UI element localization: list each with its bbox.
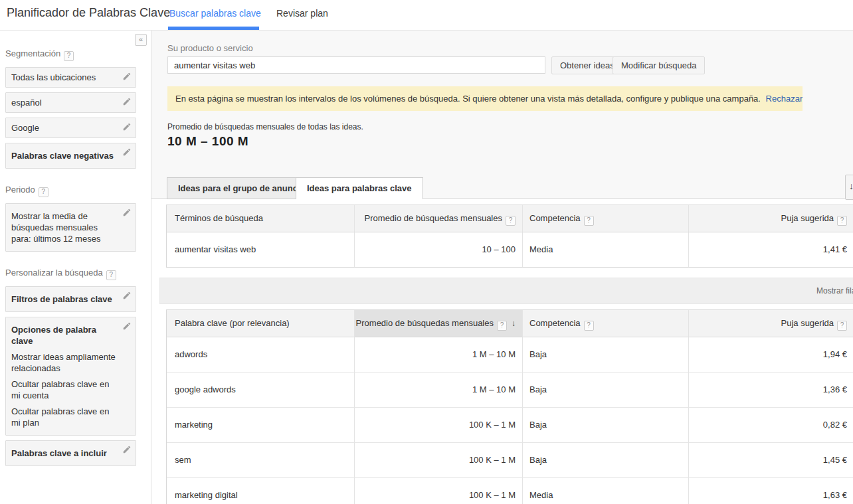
page-title: Planificador de Palabras Clave	[7, 6, 170, 20]
period-section-label: Periodo?	[5, 185, 136, 197]
sidebar-card-network[interactable]: Google	[5, 118, 136, 138]
keyword-option-broadly-related: Mostrar ideas ampliamente relacionadas	[11, 351, 120, 374]
avg-searches-cell: 1 M – 10 M	[354, 372, 522, 407]
edit-pencil-icon[interactable]	[122, 208, 132, 217]
col-header-suggested-bid: Puja sugerida?	[688, 310, 853, 337]
edit-pencil-icon[interactable]	[122, 97, 132, 106]
download-icon: ↓	[849, 181, 853, 191]
sort-descending-icon: ↓	[512, 319, 516, 328]
help-icon[interactable]: ?	[106, 270, 116, 280]
keyword-option-hide-account: Ocultar palabras clave en mi cuenta	[11, 378, 120, 401]
col-header-avg-monthly-searches-sorted[interactable]: Promedio de búsquedas mensuales?↓	[354, 310, 522, 337]
main-content: Su producto o servicio Obtener ideas Mod…	[151, 31, 853, 504]
sidebar: « Segmentación? Todas las ubicaciones es…	[0, 31, 151, 504]
modify-search-button[interactable]: Modificar búsqueda	[613, 56, 705, 74]
sidebar-card-date-range[interactable]: Mostrar la media de búsquedas mensuales …	[5, 203, 136, 252]
help-icon[interactable]: ?	[64, 51, 74, 61]
active-tab-underline	[168, 27, 259, 30]
product-service-input[interactable]	[167, 56, 545, 74]
keyword-option-hide-plan: Ocultar palabras clave en mi plan	[11, 406, 120, 428]
edit-pencil-icon[interactable]	[122, 147, 132, 157]
competition-cell: Baja	[522, 337, 688, 372]
sidebar-card-locations[interactable]: Todas las ubicaciones	[5, 67, 136, 88]
suggested-bid-cell: 1,41 €	[688, 232, 853, 267]
competition-cell: Baja	[522, 442, 688, 477]
keyword-cell: adwords	[167, 337, 354, 372]
app-header: Planificador de Palabras Clave Buscar pa…	[0, 0, 853, 31]
show-rows-label: Mostrar filas	[816, 278, 853, 303]
keyword-ideas-table: Palabra clave (por relevancia) Promedio …	[166, 309, 853, 504]
tab-revisar-plan[interactable]: Revisar plan	[276, 8, 328, 19]
edit-pencil-icon[interactable]	[122, 445, 132, 454]
suggested-bid-cell: 1,63 €	[688, 477, 853, 504]
toolbar-zone	[151, 31, 853, 199]
search-terms-table: Términos de búsqueda Promedio de búsqued…	[166, 205, 853, 268]
tab-buscar-palabras-clave[interactable]: Buscar palabras clave	[169, 8, 261, 19]
pagination-bar: Mostrar filas	[159, 278, 853, 304]
avg-searches-cell: 100 K – 1 M	[354, 442, 522, 477]
help-icon[interactable]: ?	[837, 216, 847, 226]
edit-pencil-icon[interactable]	[122, 122, 132, 131]
keyword-cell: sem	[167, 442, 354, 477]
avg-searches-cell: 10 – 100	[354, 232, 522, 267]
help-icon[interactable]: ?	[497, 321, 507, 331]
keyword-cell: marketing digital	[167, 477, 354, 504]
dismiss-link[interactable]: Rechazar	[766, 94, 803, 104]
notice-bar: En esta página se muestran los intervalo…	[167, 86, 803, 111]
download-button[interactable]: ↓	[845, 175, 853, 200]
col-header-keyword: Palabra clave (por relevancia)	[167, 310, 354, 337]
help-icon[interactable]: ?	[837, 321, 847, 331]
suggested-bid-cell: 0,82 €	[688, 407, 853, 442]
help-icon[interactable]: ?	[506, 216, 516, 226]
col-header-search-terms: Términos de búsqueda	[167, 205, 354, 232]
help-icon[interactable]: ?	[39, 187, 48, 197]
suggested-bid-cell: 1,45 €	[688, 442, 853, 477]
edit-pencil-icon[interactable]	[122, 321, 132, 331]
avg-searches-caption: Promedio de búsquedas mensuales de todas…	[167, 122, 363, 131]
help-icon[interactable]: ?	[584, 216, 594, 226]
suggested-bid-cell: 1,36 €	[688, 372, 853, 407]
tab-keyword-ideas[interactable]: Ideas para palabras clave	[296, 177, 423, 199]
competition-cell: Media	[522, 477, 688, 504]
edit-pencil-icon[interactable]	[122, 291, 132, 300]
sidebar-card-keyword-options[interactable]: Opciones de palabra clave Mostrar ideas …	[5, 317, 136, 436]
search-term-cell: aumentar visitas web	[167, 232, 354, 267]
competition-cell: Baja	[522, 407, 688, 442]
avg-searches-value: 10 M – 100 M	[167, 134, 248, 149]
col-header-suggested-bid: Puja sugerida?	[688, 205, 853, 232]
edit-pencil-icon[interactable]	[122, 72, 132, 81]
sidebar-card-keywords-to-include[interactable]: Palabras clave a incluir	[5, 440, 136, 466]
sidebar-collapse-button[interactable]: «	[135, 34, 147, 46]
keyword-cell: marketing	[167, 407, 354, 442]
sidebar-card-negative-keywords[interactable]: Palabras clave negativas	[5, 143, 136, 169]
notice-text: En esta página se muestran los intervalo…	[175, 94, 761, 104]
competition-cell: Baja	[522, 372, 688, 407]
col-header-avg-monthly-searches: Promedio de búsquedas mensuales?	[354, 205, 522, 232]
search-label: Su producto o servicio	[167, 43, 253, 53]
suggested-bid-cell: 1,94 €	[688, 337, 853, 372]
sidebar-card-language[interactable]: español	[5, 92, 136, 113]
sidebar-card-keyword-filters[interactable]: Filtros de palabras clave	[5, 286, 136, 312]
help-icon[interactable]: ?	[584, 321, 594, 331]
competition-cell: Media	[522, 232, 688, 267]
keyword-cell: google adwords	[167, 372, 354, 407]
col-header-competition: Competencia?	[522, 205, 688, 232]
avg-searches-cell: 100 K – 1 M	[354, 407, 522, 442]
segmentation-section-label: Segmentación?	[5, 48, 136, 61]
customize-search-section-label: Personalizar la búsqueda?	[5, 268, 136, 280]
avg-searches-cell: 100 K – 1 M	[354, 477, 522, 504]
col-header-competition: Competencia?	[522, 310, 688, 337]
avg-searches-cell: 1 M – 10 M	[354, 337, 522, 372]
